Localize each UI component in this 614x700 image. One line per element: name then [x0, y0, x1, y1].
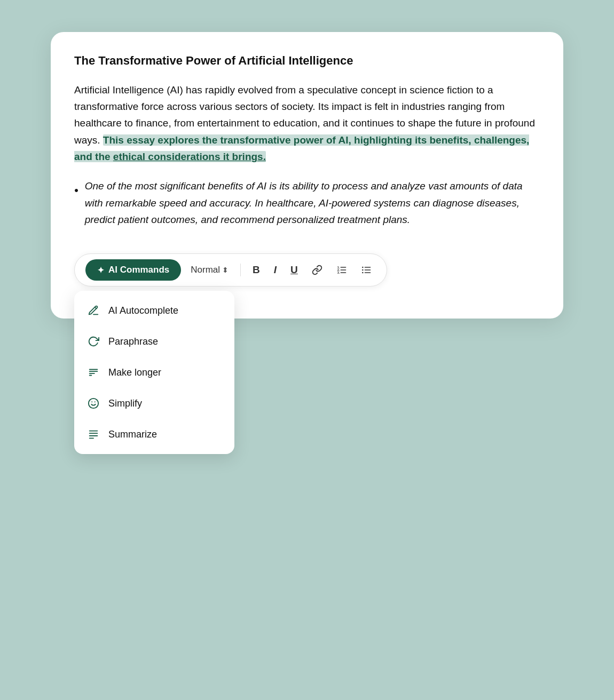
bold-button[interactable]: B	[248, 262, 264, 278]
underline-phrase: ethical considerations it brings.	[113, 151, 266, 162]
dropdown-item-ai-autocomplete[interactable]: AI Autocomplete	[74, 295, 234, 326]
dropdown-item-summarize[interactable]: Summarize	[74, 419, 234, 450]
link-button[interactable]	[308, 262, 327, 277]
document-title: The Transformative Power of Artificial I…	[74, 53, 540, 69]
simplify-label: Simplify	[108, 398, 142, 409]
make-longer-icon	[87, 367, 100, 378]
svg-point-10	[362, 269, 364, 271]
document-body: Artificial Intelligence (AI) has rapidly…	[74, 82, 540, 165]
format-select-value: Normal	[191, 265, 220, 275]
chevron-down-icon: ⬍	[222, 266, 229, 274]
simplify-icon	[87, 397, 100, 409]
toolbar-separator	[240, 264, 241, 276]
underline-button[interactable]: U	[286, 262, 302, 278]
bullet-dot: •	[74, 181, 78, 200]
toolbar: ✦ AI Commands Normal ⬍ B I U	[74, 253, 387, 287]
ai-autocomplete-label: AI Autocomplete	[108, 305, 178, 316]
bullet-section: • One of the most significant benefits o…	[74, 178, 540, 228]
unordered-list-icon	[361, 265, 372, 275]
bullet-item: • One of the most significant benefits o…	[74, 178, 540, 228]
paraphrase-icon	[87, 336, 100, 347]
svg-text:3.: 3.	[337, 271, 340, 274]
dropdown-item-simplify[interactable]: Simplify	[74, 388, 234, 419]
ai-autocomplete-icon	[87, 305, 100, 316]
unordered-list-button[interactable]	[357, 262, 376, 277]
ai-commands-dropdown: AI Autocomplete Paraphrase	[74, 291, 234, 454]
svg-point-16	[89, 399, 98, 408]
svg-point-9	[362, 267, 364, 268]
svg-point-11	[362, 272, 364, 274]
ai-commands-label: AI Commands	[108, 265, 169, 275]
link-icon	[312, 265, 322, 275]
summarize-icon	[87, 428, 100, 440]
highlighted-sentence: This essay explores the transformative p…	[74, 134, 529, 162]
ordered-list-button[interactable]: 1. 2. 3.	[332, 262, 351, 277]
sparkle-icon: ✦	[97, 265, 104, 275]
italic-button[interactable]: I	[270, 262, 281, 278]
summarize-label: Summarize	[108, 429, 157, 440]
ordered-list-icon: 1. 2. 3.	[336, 265, 347, 275]
dropdown-item-make-longer[interactable]: Make longer	[74, 357, 234, 388]
format-select[interactable]: Normal ⬍	[186, 262, 233, 277]
dropdown-item-paraphrase[interactable]: Paraphrase	[74, 326, 234, 357]
document-card: The Transformative Power of Artificial I…	[51, 32, 563, 319]
make-longer-label: Make longer	[108, 367, 161, 378]
ai-commands-button[interactable]: ✦ AI Commands	[85, 259, 181, 281]
bullet-text: One of the most significant benefits of …	[85, 178, 540, 228]
paraphrase-label: Paraphrase	[108, 336, 158, 347]
toolbar-wrapper: ✦ AI Commands Normal ⬍ B I U	[74, 253, 387, 287]
